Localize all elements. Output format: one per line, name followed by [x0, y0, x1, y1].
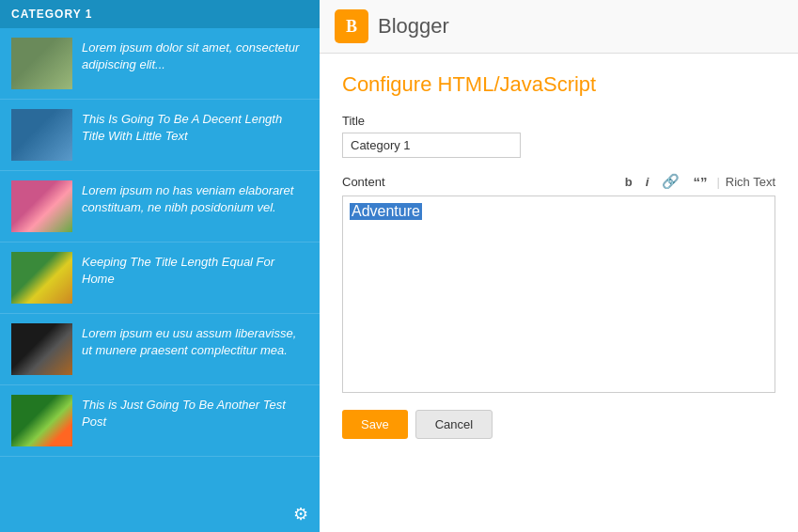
sidebar-thumb	[11, 38, 72, 89]
sidebar-item[interactable]: Lorem ipsum no has veniam elaboraret con…	[0, 171, 320, 243]
main-panel: B Blogger Configure HTML/JavaScript Titl…	[320, 0, 798, 532]
blogger-logo-letter: B	[346, 17, 357, 37]
title-input[interactable]	[342, 133, 521, 158]
italic-button[interactable]: i	[642, 173, 653, 191]
blogger-header-title: Blogger	[378, 14, 449, 39]
rich-text-link[interactable]: Rich Text	[726, 175, 775, 189]
content-editor-wrapper: Adventure	[342, 196, 775, 397]
blogger-header: B Blogger	[320, 0, 798, 54]
sidebar-item[interactable]: This Is Going To Be A Decent Length Titl…	[0, 100, 320, 171]
sidebar-item[interactable]: Keeping The Title Length Equal For Home	[0, 243, 320, 314]
sidebar-thumb	[11, 180, 72, 232]
sidebar-thumb	[11, 395, 72, 446]
sidebar-item-text: This is Just Going To Be Another Test Po…	[82, 395, 308, 430]
configure-title: Configure HTML/JavaScript	[342, 72, 775, 97]
content-textarea[interactable]	[342, 196, 775, 393]
sidebar-item[interactable]: This is Just Going To Be Another Test Po…	[0, 385, 320, 457]
sidebar: Category 1 Lorem ipsum dolor sit amet, c…	[0, 0, 320, 532]
configure-section: Configure HTML/JavaScript Title Content …	[320, 54, 798, 532]
quote-button[interactable]: “”	[689, 172, 711, 192]
sidebar-header: Category 1	[0, 0, 320, 28]
content-label: Content	[342, 175, 385, 189]
sidebar-item[interactable]: Lorem ipsum eu usu assum liberavisse, ut…	[0, 314, 320, 385]
sidebar-item-text: Lorem ipsum eu usu assum liberavisse, ut…	[82, 323, 308, 359]
cancel-button[interactable]: Cancel	[415, 410, 493, 439]
form-actions: Save Cancel	[342, 410, 775, 439]
wrench-icon[interactable]: ⚙	[293, 505, 308, 524]
sidebar-item-text: This Is Going To Be A Decent Length Titl…	[82, 109, 308, 145]
sidebar-category-label: Category 1	[11, 8, 92, 21]
blogger-logo: B	[335, 9, 368, 43]
save-button[interactable]: Save	[342, 410, 408, 439]
sidebar-thumb	[11, 109, 72, 161]
toolbar-divider: |	[716, 175, 719, 189]
link-button[interactable]: 🔗	[658, 171, 683, 192]
sidebar-item-text: Lorem ipsum dolor sit amet, consectetur …	[82, 38, 308, 73]
sidebar-item[interactable]: Lorem ipsum dolor sit amet, consectetur …	[0, 28, 320, 100]
sidebar-item-text: Keeping The Title Length Equal For Home	[82, 252, 308, 288]
sidebar-thumb	[11, 323, 72, 375]
title-label: Title	[342, 114, 775, 128]
sidebar-thumb	[11, 252, 72, 304]
sidebar-item-text: Lorem ipsum no has veniam elaboraret con…	[82, 180, 308, 216]
bold-button[interactable]: b	[621, 173, 636, 191]
content-toolbar: Content b i 🔗 “” | Rich Text	[342, 171, 775, 192]
sidebar-footer: ⚙	[293, 504, 308, 524]
